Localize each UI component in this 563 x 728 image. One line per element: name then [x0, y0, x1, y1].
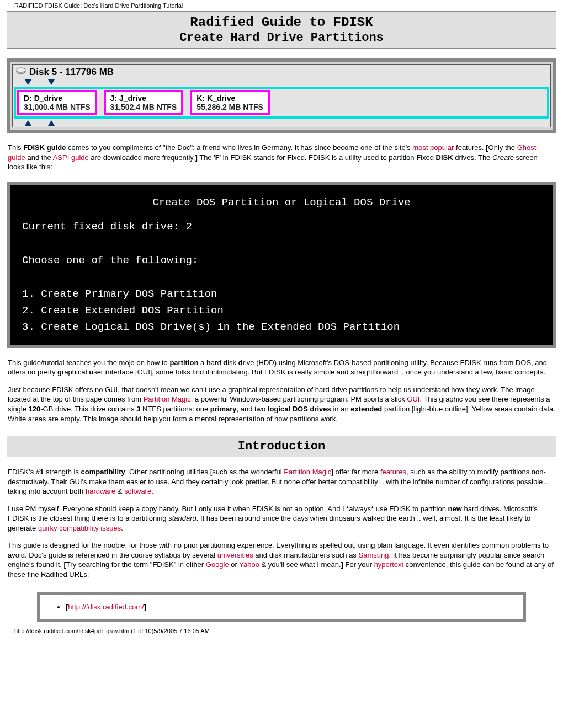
- dos-option-3: 3. Create Logical DOS Drive(s) in the Ex…: [22, 319, 541, 335]
- svg-marker-4: [25, 120, 31, 126]
- link-aspi-guide[interactable]: ASPI guide: [53, 153, 89, 162]
- dos-option-2: 2. Create Extended DOS Partition: [22, 302, 541, 319]
- triangle-down-icon: [25, 79, 31, 85]
- paragraph-2: This guide/tutorial teaches you the mojo…: [8, 358, 555, 377]
- link-fdisk-url[interactable]: http://fdisk.radified.com/: [68, 603, 144, 611]
- disk-diagram: Disk 5 - 117796 MB D: D_drive 31,000.4 M…: [7, 58, 556, 133]
- link-hypertext[interactable]: hypertext: [374, 560, 403, 569]
- link-partition-magic[interactable]: Partition Magic: [144, 395, 191, 403]
- svg-marker-3: [48, 79, 55, 85]
- dos-option-1: 1. Create Primary DOS Partition: [22, 286, 541, 302]
- partition-d: D: D_drive 31,000.4 MB NTFS: [17, 90, 97, 115]
- link-universities[interactable]: universities: [217, 551, 253, 559]
- triangle-row-top: [14, 79, 549, 85]
- paragraph-1: This FDISK guide comes to you compliment…: [8, 143, 555, 172]
- link-features[interactable]: features: [380, 468, 406, 476]
- intro-header: Introduction: [7, 436, 556, 457]
- partition-size: 31,000.4 MB NTFS: [24, 103, 91, 111]
- triangle-up-icon: [48, 120, 55, 126]
- paragraph-4: FDISK's #1 strength is compatibility. Ot…: [8, 467, 555, 496]
- partition-name: K: K_drive: [196, 94, 263, 103]
- disk-icon: [16, 67, 26, 78]
- title-line-2: Create Hard Drive Partitions: [7, 31, 556, 45]
- triangle-up-icon: [25, 120, 31, 126]
- triangle-row-bottom: [14, 120, 549, 126]
- partition-name: D: D_drive: [24, 94, 91, 103]
- dos-title: Create DOS Partition or Logical DOS Driv…: [22, 194, 541, 211]
- url-item: [http://fdisk.radified.com/]: [66, 603, 507, 611]
- paragraph-6: This guide is designed for the noobie, f…: [8, 540, 555, 579]
- link-yahoo[interactable]: Yahoo: [239, 560, 259, 569]
- partition-k: K: K_drive 55,286.2 MB NTFS: [190, 90, 270, 115]
- link-hardware[interactable]: hardware: [86, 487, 115, 495]
- partition-name: J: J_drive: [110, 94, 177, 103]
- partition-size: 31,502.4 MB NTFS: [110, 103, 177, 111]
- disk-label: Disk 5 - 117796 MB: [29, 67, 114, 78]
- link-gui[interactable]: GUI: [407, 395, 419, 403]
- url-box: [http://fdisk.radified.com/]: [37, 592, 526, 622]
- link-quirky[interactable]: quirky compatibility issues: [38, 524, 121, 532]
- page-footer: http://fdisk.radified.com/fdisk4pdf_gray…: [0, 622, 563, 638]
- paragraph-5: I use PM myself. Everyone should keep a …: [8, 504, 555, 533]
- dos-choose: Choose one of the following:: [22, 252, 541, 269]
- partition-size: 55,286.2 MB NTFS: [196, 103, 263, 111]
- title-line-1: Radified Guide to FDISK: [7, 15, 556, 30]
- link-partition-magic-2[interactable]: Partition Magic: [284, 468, 331, 476]
- disk-label-row: Disk 5 - 117796 MB: [14, 66, 549, 79]
- partition-j: J: J_drive 31,502.4 MB NTFS: [104, 90, 184, 115]
- page-header: RADIFIED FDISK Guide: Doc's Hard Drive P…: [0, 0, 563, 11]
- svg-marker-2: [25, 79, 31, 85]
- svg-point-1: [17, 68, 25, 72]
- svg-marker-5: [48, 120, 55, 126]
- triangle-down-icon: [48, 79, 55, 85]
- dos-current-drive: Current fixed disk drive: 2: [22, 218, 541, 235]
- title-box: Radified Guide to FDISK Create Hard Driv…: [7, 11, 556, 49]
- paragraph-3: Just because FDISK offers no GUI, that d…: [8, 385, 555, 424]
- link-software[interactable]: software: [124, 487, 151, 495]
- link-samsung[interactable]: Samsung: [358, 551, 389, 559]
- link-google[interactable]: Google: [206, 560, 229, 569]
- dos-screen: Create DOS Partition or Logical DOS Driv…: [7, 182, 556, 348]
- extended-partition: D: D_drive 31,000.4 MB NTFS J: J_drive 3…: [14, 87, 549, 119]
- link-most-popular[interactable]: most popular: [412, 143, 454, 152]
